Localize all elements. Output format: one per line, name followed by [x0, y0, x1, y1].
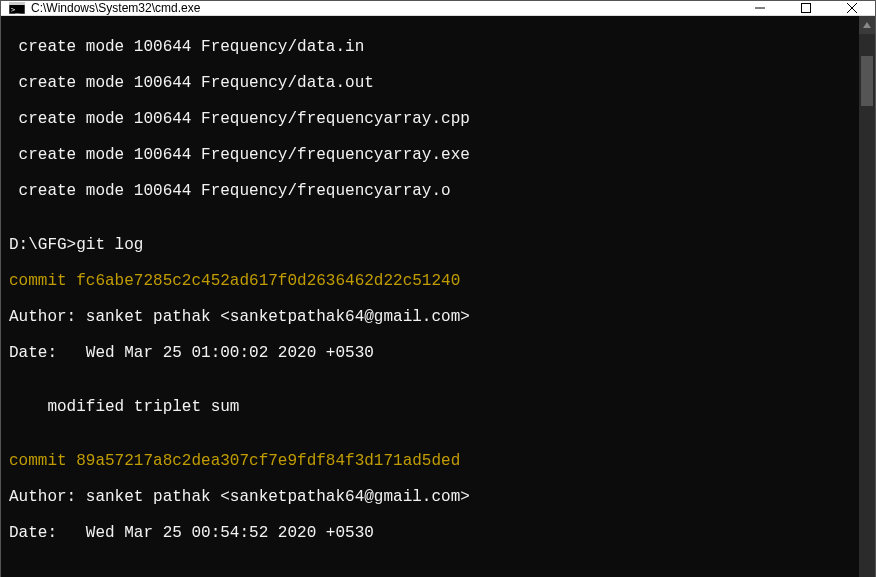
vertical-scrollbar[interactable]: [859, 16, 875, 577]
output-line: create mode 100644 Frequency/frequencyar…: [9, 110, 855, 128]
commit-date-line: Date: Wed Mar 25 01:00:02 2020 +0530: [9, 344, 855, 362]
svg-rect-1: [9, 2, 25, 5]
terminal-area: create mode 100644 Frequency/data.in cre…: [1, 16, 875, 577]
cmd-window: >_ C:\Windows\System32\cmd.exe create mo…: [0, 0, 876, 577]
commit-date-line: Date: Wed Mar 25 00:54:52 2020 +0530: [9, 524, 855, 542]
svg-text:>_: >_: [11, 6, 20, 14]
scroll-up-button[interactable]: [859, 16, 875, 34]
maximize-button[interactable]: [783, 1, 829, 15]
prompt-line: D:\GFG>git log: [9, 236, 855, 254]
output-line: create mode 100644 Frequency/data.in: [9, 38, 855, 56]
commit-hash-line: commit 89a57217a8c2dea307cf7e9fdf84f3d17…: [9, 452, 855, 470]
minimize-button[interactable]: [737, 1, 783, 15]
cmd-icon: >_: [9, 1, 25, 15]
output-line: create mode 100644 Frequency/frequencyar…: [9, 182, 855, 200]
close-button[interactable]: [829, 1, 875, 15]
svg-rect-4: [802, 4, 811, 13]
titlebar[interactable]: >_ C:\Windows\System32\cmd.exe: [1, 1, 875, 16]
svg-marker-7: [863, 22, 871, 28]
window-controls: [737, 1, 875, 15]
output-line: create mode 100644 Frequency/data.out: [9, 74, 855, 92]
commit-message-line: modified triplet sum: [9, 398, 855, 416]
window-title: C:\Windows\System32\cmd.exe: [31, 1, 737, 15]
commit-author-line: Author: sanket pathak <sanketpathak64@gm…: [9, 308, 855, 326]
commit-hash-line: commit fc6abe7285c2c452ad617f0d2636462d2…: [9, 272, 855, 290]
commit-author-line: Author: sanket pathak <sanketpathak64@gm…: [9, 488, 855, 506]
terminal-output[interactable]: create mode 100644 Frequency/data.in cre…: [1, 16, 859, 577]
output-line: create mode 100644 Frequency/frequencyar…: [9, 146, 855, 164]
scroll-thumb[interactable]: [861, 56, 873, 106]
